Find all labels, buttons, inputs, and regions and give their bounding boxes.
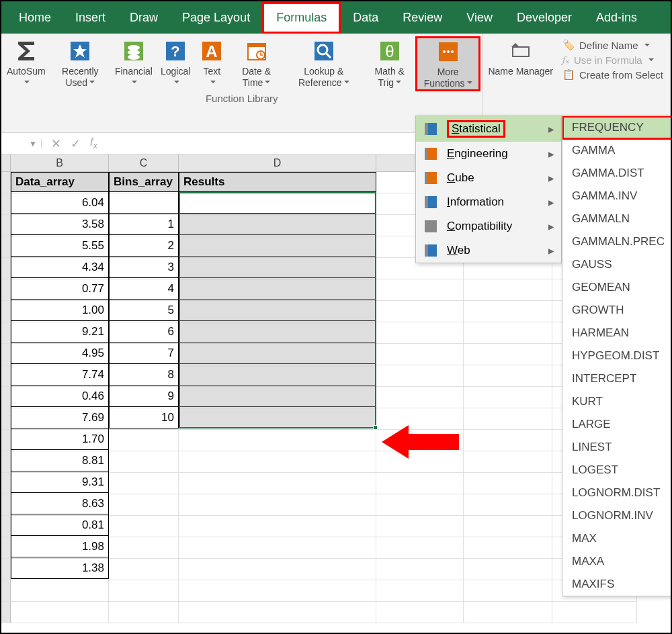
submenu-item-max[interactable]: MAX (562, 527, 672, 550)
submenu-item-gamma-inv[interactable]: GAMMA.INV (562, 185, 672, 208)
submenu-item-growth[interactable]: GROWTH (562, 299, 672, 322)
table-row[interactable]: 8.81 (11, 450, 376, 471)
submenu-item-logest[interactable]: LOGEST (562, 459, 672, 482)
submenu-item-harmean[interactable]: HARMEAN (562, 322, 672, 345)
tab-formulas[interactable]: Formulas (262, 2, 341, 34)
cell-bins-array[interactable]: 8 (109, 364, 179, 386)
tab-view[interactable]: View (454, 4, 505, 32)
table-row[interactable]: 9.31 (11, 471, 376, 493)
fx-icon[interactable]: fx (90, 136, 97, 150)
cell-data-array[interactable]: 0.81 (11, 514, 109, 536)
tab-page-layout[interactable]: Page Layout (170, 4, 262, 32)
submenu-item-lognorm-dist[interactable]: LOGNORM.DIST (562, 482, 672, 504)
header-bins-array[interactable]: Bins_array (109, 172, 179, 192)
submenu-item-kurt[interactable]: KURT (562, 390, 672, 413)
cell-data-array[interactable]: 4.34 (11, 257, 109, 278)
cell-data-array[interactable]: 6.04 (11, 192, 109, 214)
cell-data-array[interactable]: 8.63 (11, 493, 109, 514)
table-row[interactable]: 7.6910 (11, 407, 376, 428)
math-trig-button[interactable]: θ Math & Trig (364, 36, 415, 91)
tab-home[interactable]: Home (7, 4, 63, 32)
menu-item-compatibility[interactable]: Compatibility▸ (416, 214, 561, 238)
cell-bins-array[interactable]: 6 (109, 321, 179, 343)
cell-results[interactable] (179, 257, 376, 278)
submenu-item-geomean[interactable]: GEOMEAN (562, 276, 672, 299)
cell-results[interactable] (179, 214, 376, 235)
table-row[interactable]: 9.216 (11, 321, 376, 343)
cell-data-array[interactable]: 1.00 (11, 300, 109, 321)
submenu-item-gammaln-prec[interactable]: GAMMALN.PREC (562, 230, 672, 253)
tab-draw[interactable]: Draw (118, 4, 170, 32)
cell-data-array[interactable]: 1.38 (11, 557, 109, 579)
cell-data-array[interactable]: 0.77 (11, 278, 109, 300)
tab-review[interactable]: Review (390, 4, 454, 32)
cell-bins-array[interactable]: 1 (109, 214, 179, 235)
submenu-item-maxifs[interactable]: MAXIFS (562, 573, 672, 596)
table-row[interactable]: 1.005 (11, 300, 376, 321)
submenu-item-maxa[interactable]: MAXA (562, 550, 672, 573)
cell-bins-array[interactable]: 4 (109, 278, 179, 300)
cell-data-array[interactable]: 4.95 (11, 343, 109, 364)
autosum-button[interactable]: AutoSum (3, 36, 50, 91)
table-row[interactable]: 1.98 (11, 536, 376, 557)
submenu-item-hypgeom-dist[interactable]: HYPGEOM.DIST (562, 345, 672, 367)
name-box[interactable]: ▼ (1, 139, 42, 148)
table-row[interactable]: 0.81 (11, 514, 376, 536)
table-row[interactable]: 0.774 (11, 278, 376, 300)
menu-item-information[interactable]: Information▸ (416, 190, 561, 214)
submenu-item-linest[interactable]: LINEST (562, 436, 672, 459)
submenu-item-large[interactable]: LARGE (562, 413, 672, 436)
cell-results[interactable] (179, 364, 376, 386)
cell-data-array[interactable]: 1.98 (11, 536, 109, 557)
header-results[interactable]: Results (179, 172, 376, 192)
cell-bins-array[interactable]: 2 (109, 235, 179, 257)
tab-data[interactable]: Data (341, 4, 390, 32)
table-row[interactable]: 1.38 (11, 557, 376, 579)
cell-data-array[interactable]: 8.81 (11, 450, 109, 471)
cell-bins-array[interactable] (109, 192, 179, 214)
cell-results[interactable] (179, 278, 376, 300)
col-header-d[interactable]: D (179, 154, 376, 171)
tab-insert[interactable]: Insert (63, 4, 118, 32)
submenu-item-gammaln[interactable]: GAMMALN (562, 208, 672, 230)
cell-data-array[interactable]: 7.69 (11, 407, 109, 428)
col-header-c[interactable]: C (109, 154, 179, 171)
text-button[interactable]: A Text (194, 36, 229, 91)
menu-item-web[interactable]: Web▸ (416, 238, 561, 263)
cell-data-array[interactable]: 3.58 (11, 214, 109, 235)
submenu-item-gamma-dist[interactable]: GAMMA.DIST (562, 162, 672, 185)
menu-item-cube[interactable]: Cube▸ (416, 166, 561, 190)
recently-used-button[interactable]: Recently Used (50, 36, 111, 91)
table-row[interactable]: 1.70 (11, 428, 376, 450)
name-manager-button[interactable]: Name Manager (484, 36, 557, 83)
cell-results[interactable] (179, 343, 376, 364)
menu-item-statistical[interactable]: Statistical▸ (416, 116, 561, 142)
cancel-icon[interactable]: ✕ (51, 136, 61, 151)
cell-data-array[interactable]: 7.74 (11, 364, 109, 386)
submenu-item-lognorm-inv[interactable]: LOGNORM.INV (562, 504, 672, 527)
table-row[interactable]: 5.552 (11, 235, 376, 257)
cell-data-array[interactable]: 9.21 (11, 321, 109, 343)
table-row[interactable]: 4.343 (11, 257, 376, 278)
create-from-selection-button[interactable]: 📋Create from Select (562, 69, 663, 81)
cell-results[interactable] (179, 192, 376, 214)
cell-results[interactable] (179, 235, 376, 257)
table-row[interactable]: 4.957 (11, 343, 376, 364)
table-row[interactable]: 8.63 (11, 493, 376, 514)
enter-icon[interactable]: ✓ (71, 136, 81, 151)
cell-data-array[interactable]: 5.55 (11, 235, 109, 257)
cell-results[interactable] (179, 386, 376, 407)
submenu-item-gauss[interactable]: GAUSS (562, 253, 672, 276)
use-in-formula-button[interactable]: 𝑓ₓUse in Formula (562, 54, 663, 66)
tab-developer[interactable]: Developer (505, 4, 584, 32)
table-row[interactable]: 6.04 (11, 192, 376, 214)
col-header-b[interactable]: B (11, 154, 109, 171)
table-row[interactable]: 0.469 (11, 386, 376, 407)
cell-data-array[interactable]: 9.31 (11, 471, 109, 493)
cell-bins-array[interactable]: 7 (109, 343, 179, 364)
date-time-button[interactable]: Date & Time (229, 36, 283, 91)
cell-bins-array[interactable]: 10 (109, 407, 179, 428)
menu-item-engineering[interactable]: Engineering▸ (416, 142, 561, 166)
submenu-item-gamma[interactable]: GAMMA (562, 139, 672, 162)
cell-results[interactable] (179, 300, 376, 321)
